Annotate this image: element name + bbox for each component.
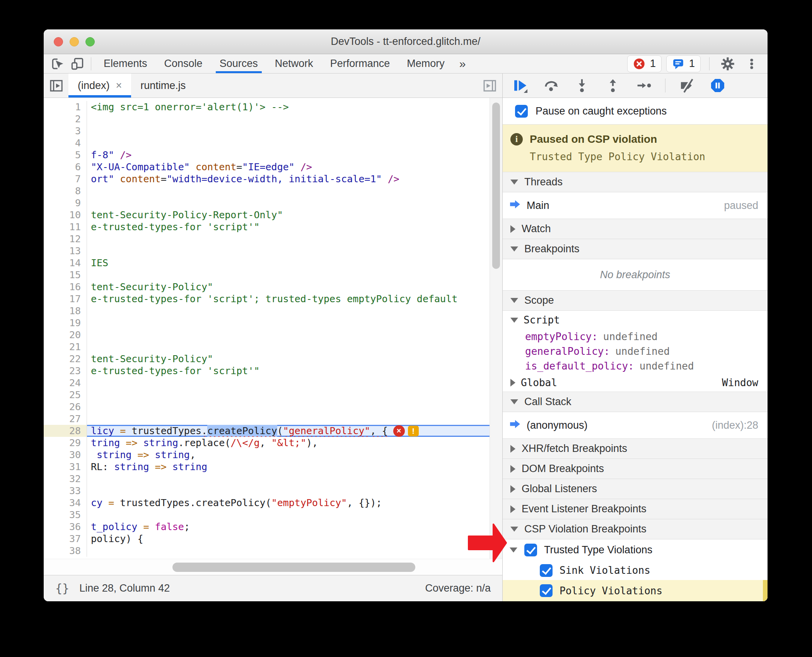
line-number[interactable]: 26	[44, 401, 87, 413]
minimize-window-button[interactable]	[70, 37, 79, 46]
line-number[interactable]: 35	[44, 509, 87, 521]
trusted-type-violations-checkbox[interactable]	[524, 544, 537, 556]
line-number[interactable]: 25	[44, 389, 87, 401]
line-number[interactable]: 29	[44, 437, 87, 449]
line-number[interactable]: 15	[44, 269, 87, 281]
line-number[interactable]: 8	[44, 185, 87, 197]
scope-node-script[interactable]: Script	[503, 311, 768, 329]
line-number[interactable]: 14	[44, 257, 87, 269]
section-header-event-listener-breakpoints[interactable]: Event Listener Breakpoints	[503, 499, 768, 519]
step-over-icon[interactable]	[541, 77, 561, 94]
line-content	[87, 341, 502, 353]
close-window-button[interactable]	[54, 37, 63, 46]
line-number[interactable]: 19	[44, 317, 87, 329]
vertical-scroll-thumb[interactable]	[492, 103, 500, 269]
scope-variable-emptypolicy[interactable]: emptyPolicy:undefined	[503, 329, 768, 344]
tab-network[interactable]: Network	[266, 54, 322, 73]
breakpoint-policy-violations[interactable]: Policy Violations	[503, 580, 768, 601]
error-count-badge[interactable]: 1	[627, 55, 662, 72]
tab-performance[interactable]: Performance	[322, 54, 399, 73]
line-number[interactable]: 38	[44, 545, 87, 557]
line-number[interactable]: 31	[44, 461, 87, 473]
sink-violations-checkbox[interactable]	[540, 564, 553, 577]
file-tab-runtime-js[interactable]: runtime.js	[131, 74, 195, 98]
file-tab-index[interactable]: (index) ×	[68, 74, 131, 98]
line-number[interactable]: 21	[44, 341, 87, 353]
section-header-call-stack[interactable]: Call Stack	[503, 392, 768, 412]
step-icon[interactable]	[634, 77, 653, 94]
step-out-icon[interactable]	[603, 77, 623, 94]
debugger-pane-toggle-icon[interactable]	[482, 74, 502, 98]
error-icon[interactable]: ×	[393, 425, 405, 437]
horizontal-scroll-thumb[interactable]	[172, 563, 415, 572]
line-number[interactable]: 27	[44, 413, 87, 425]
scope-variable-generalpolicy[interactable]: generalPolicy:undefined	[503, 344, 768, 359]
message-count-badge[interactable]: 1	[666, 55, 701, 72]
line-number[interactable]: 23	[44, 365, 87, 377]
line-number[interactable]: 12	[44, 233, 87, 245]
breakpoint-group-trusted-type-violations[interactable]: Trusted Type Violations	[503, 539, 768, 561]
tab-sources[interactable]: Sources	[211, 54, 266, 73]
section-header-threads[interactable]: Threads	[503, 172, 768, 192]
close-tab-icon[interactable]: ×	[116, 80, 122, 92]
editor-vertical-scrollbar[interactable]	[490, 98, 502, 559]
tab-memory[interactable]: Memory	[398, 54, 453, 73]
zoom-window-button[interactable]	[85, 37, 95, 46]
line-number[interactable]: 18	[44, 305, 87, 317]
line-number[interactable]: 2	[44, 113, 87, 125]
sidebar-row-anonymous[interactable]: (anonymous)(index):28	[503, 412, 768, 439]
section-header-breakpoints[interactable]: Breakpoints	[503, 239, 768, 259]
pause-on-exceptions-icon[interactable]	[708, 77, 727, 94]
line-number[interactable]: 17	[44, 293, 87, 305]
line-number[interactable]: 34	[44, 497, 87, 509]
line-number[interactable]: 20	[44, 329, 87, 341]
kebab-menu-icon[interactable]	[742, 55, 761, 73]
line-number[interactable]: 37	[44, 533, 87, 545]
section-header-dom-breakpoints[interactable]: DOM Breakpoints	[503, 459, 768, 479]
policy-violations-checkbox[interactable]	[540, 584, 553, 597]
line-number[interactable]: 4	[44, 137, 87, 149]
breakpoint-sink-violations[interactable]: Sink Violations	[503, 561, 768, 580]
editor-horizontal-scrollbar[interactable]	[44, 559, 502, 575]
section-header-csp-violation-breakpoints[interactable]: CSP Violation Breakpoints	[503, 519, 768, 539]
line-number[interactable]: 7	[44, 173, 87, 185]
pause-on-caught-exceptions-row[interactable]: Pause on caught exceptions	[503, 98, 768, 125]
step-into-icon[interactable]	[572, 77, 592, 94]
line-number[interactable]: 9	[44, 197, 87, 209]
line-number[interactable]: 6	[44, 161, 87, 173]
section-header-global-listeners[interactable]: Global Listeners	[503, 479, 768, 499]
line-number[interactable]: 11	[44, 221, 87, 233]
pretty-print-icon[interactable]: {}	[55, 582, 69, 595]
scope-variable-is-default-policy[interactable]: is_default_policy:undefined	[503, 359, 768, 373]
section-header-xhr-fetch-breakpoints[interactable]: XHR/fetch Breakpoints	[503, 439, 768, 459]
line-number[interactable]: 30	[44, 449, 87, 461]
line-number[interactable]: 28	[44, 425, 87, 437]
tab-console[interactable]: Console	[156, 54, 211, 73]
line-number[interactable]: 10	[44, 209, 87, 221]
line-number[interactable]: 22	[44, 353, 87, 365]
line-number[interactable]: 13	[44, 245, 87, 257]
code-editor[interactable]: 1<img src=1 onerror='alert(1)'> -->2345f…	[44, 98, 502, 559]
navigator-toggle-icon[interactable]	[44, 74, 68, 98]
line-number[interactable]: 3	[44, 125, 87, 137]
section-header-watch[interactable]: Watch	[503, 219, 768, 239]
inspect-element-icon[interactable]	[48, 55, 68, 73]
more-panels-chevron[interactable]: »	[453, 57, 472, 70]
line-number[interactable]: 16	[44, 281, 87, 293]
scope-node-global[interactable]: GlobalWindow	[503, 373, 768, 392]
sidebar-row-main[interactable]: Mainpaused	[503, 192, 768, 219]
resume-icon[interactable]	[510, 77, 530, 94]
line-number[interactable]: 24	[44, 377, 87, 389]
pause-on-caught-exceptions-checkbox[interactable]	[515, 105, 528, 118]
gear-icon[interactable]	[718, 55, 737, 73]
tab-elements[interactable]: Elements	[95, 54, 156, 73]
section-header-scope[interactable]: Scope	[503, 291, 768, 311]
line-number[interactable]: 33	[44, 485, 87, 497]
device-toolbar-icon[interactable]	[68, 55, 87, 73]
line-number[interactable]: 36	[44, 521, 87, 533]
line-number[interactable]: 1	[44, 101, 87, 113]
deactivate-breakpoints-icon[interactable]	[677, 77, 696, 94]
warning-icon[interactable]: !	[408, 426, 419, 436]
line-number[interactable]: 5	[44, 149, 87, 161]
line-number[interactable]: 32	[44, 473, 87, 485]
